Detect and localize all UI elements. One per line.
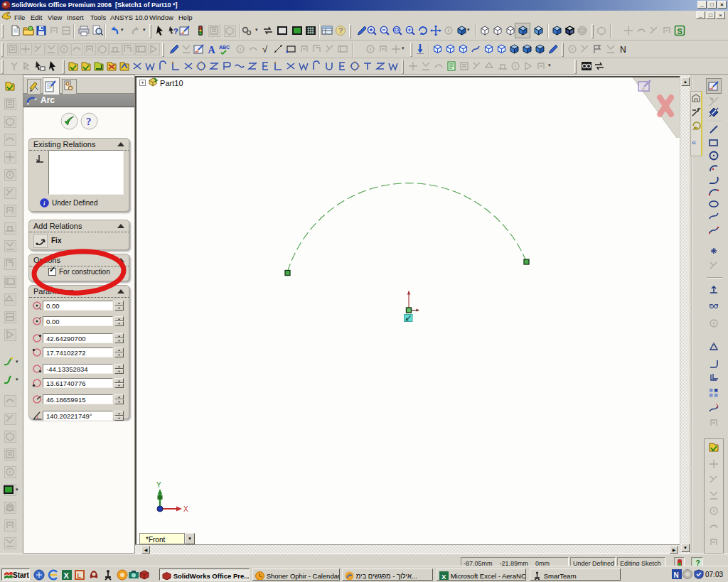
svg-text:X: X [64,571,70,580]
svg-text:Y: Y [156,481,161,489]
svg-text:?: ? [173,27,178,36]
svg-text:S: S [678,27,682,36]
svg-text:X: X [441,573,446,581]
svg-text:?: ? [338,26,343,35]
svg-text:√: √ [262,44,268,55]
svg-text:A: A [208,45,216,55]
svg-text:?: ? [86,116,92,127]
svg-text:L: L [77,572,82,579]
svg-text:«: « [692,138,696,146]
svg-text:N: N [620,45,626,55]
svg-text:ABC: ABC [219,45,230,50]
svg-text:X: X [183,505,188,513]
svg-text:N: N [674,571,679,579]
